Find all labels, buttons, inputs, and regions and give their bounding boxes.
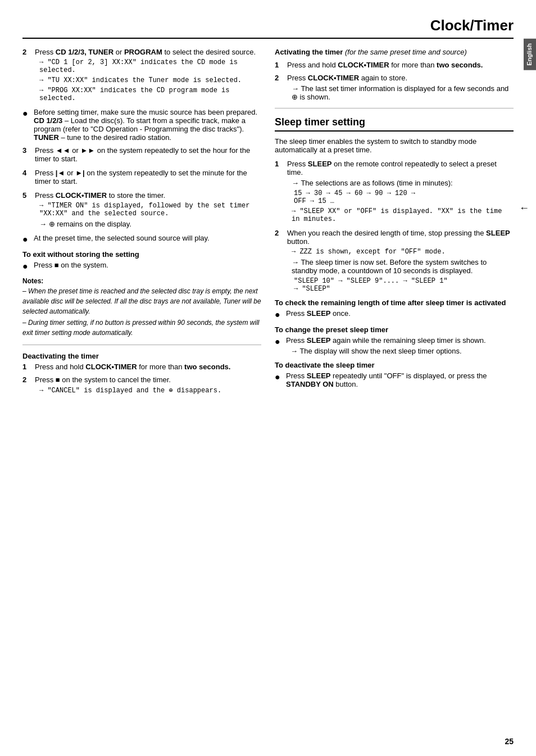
deactivate-num-1: 1 — [22, 363, 33, 371]
deactivate-1-content: Press and hold CLOCK•TIMER for more than… — [35, 363, 230, 371]
sleep-timer-title: Sleep timer setting — [275, 116, 514, 132]
right-column: English Activating the timer (for the sa… — [275, 48, 514, 399]
item-5-arrow-2: ⊕ remains on the display. — [35, 220, 261, 228]
bullet-icon-1: ● — [22, 108, 31, 142]
divider-1 — [22, 345, 261, 345]
activating-section: Activating the timer (for the same prese… — [275, 48, 514, 101]
sleep-timer-section: Sleep timer setting The sleep timer enab… — [275, 116, 514, 388]
sleep-timer-intro: The sleep timer enables the system to sw… — [275, 137, 514, 154]
check-remaining-text: Press SLEEP once. — [286, 309, 351, 320]
sleep-2-arrow2: The sleep timer is now set. Before the s… — [287, 258, 514, 275]
note-2: – During timer setting, if no button is … — [22, 318, 261, 338]
sleep-num-1: 1 — [275, 160, 285, 223]
item-3-content: Press ◄◄ or ►► on the system repeatedly … — [35, 146, 261, 163]
deactivating-title: Deactivating the timer — [22, 352, 261, 360]
change-preset-arrow: The display will show the next sleep tim… — [286, 347, 486, 355]
list-item-5: 5 Press CLOCK•TIMER to store the timer. … — [22, 191, 261, 228]
bullet-icon-6: ● — [275, 372, 284, 388]
activating-item-2: 2 Press CLOCK•TIMER again to store. The … — [275, 74, 514, 101]
page-number: 25 — [505, 737, 514, 746]
note-1: – When the preset time is reached and th… — [22, 286, 261, 316]
bullet-2-text: At the preset time, the selected sound s… — [34, 234, 210, 242]
item-5-content: Press CLOCK•TIMER to store the timer. "T… — [35, 191, 261, 228]
sleep-countdown: "SLEEP 10" → "SLEEP 9".... → "SLEEP 1" →… — [287, 277, 514, 293]
deactivate-sleep-title: To deactivate the sleep timer — [275, 361, 514, 369]
to-exit-title: To exit without storing the setting — [22, 250, 261, 259]
deactivate-sleep-section: To deactivate the sleep timer ● Press SL… — [275, 361, 514, 388]
to-exit-bullet: ● Press ■ on the system. — [22, 261, 261, 271]
page: Clock/Timer 2 Press CD 1/2/3, TUNER or P… — [0, 0, 536, 756]
sleep-1-content: Press SLEEP on the remote control repeat… — [287, 160, 514, 223]
bullet-icon-5: ● — [275, 336, 284, 355]
sleep-num-2: 2 — [275, 229, 285, 293]
item-2-arrow-1: "CD 1 [or 2, 3] XX:XX" indicates the CD … — [35, 58, 261, 74]
bullet-icon-3: ● — [22, 261, 31, 271]
list-item-2: 2 Press CD 1/2/3, TUNER or PROGRAM to se… — [22, 48, 261, 102]
item-2-arrow-3: "PROG XX:XX" indicates the CD program mo… — [35, 87, 261, 102]
deactivate-sleep-bullet: ● Press SLEEP repeatedly until "OFF" is … — [275, 372, 514, 388]
check-remaining-title: To check the remaining length of time af… — [275, 298, 514, 307]
deactivate-num-2: 2 — [22, 375, 33, 395]
item-5-text: Press CLOCK•TIMER to store the timer. — [35, 191, 165, 200]
bullet-preset-time: ● At the preset time, the selected sound… — [22, 234, 261, 245]
sleep-1-arrow2: "SLEEP XX" or "OFF" is displayed. "XX" i… — [287, 207, 514, 223]
activating-item-1: 1 Press and hold CLOCK•TIMER for more th… — [275, 61, 514, 69]
activating-2-arrow: The last set timer information is displa… — [287, 84, 514, 101]
check-remaining-bullet: ● Press SLEEP once. — [275, 309, 514, 320]
bullet-1-text: Before setting timer, make sure the musi… — [34, 108, 257, 116]
deactivate-sleep-text: Press SLEEP repeatedly until "OFF" is di… — [286, 372, 514, 388]
bullet-1-cd: CD 1/2/3 – Load the disc(s). To start fr… — [34, 116, 246, 133]
deactivate-item-1: 1 Press and hold CLOCK•TIMER for more th… — [22, 363, 261, 371]
notes-label: Notes: — [22, 277, 43, 285]
bullet-before-setting: ● Before setting timer, make sure the mu… — [22, 108, 261, 142]
item-2-text: Press CD 1/2/3, TUNER or PROGRAM to sele… — [35, 48, 256, 56]
bullet-2-content: At the preset time, the selected sound s… — [34, 234, 210, 245]
item-num-4: 4 — [22, 169, 33, 185]
to-exit-section: To exit without storing the setting ● Pr… — [22, 250, 261, 271]
deactivate-item-2: 2 Press ■ on the system to cancel the ti… — [22, 375, 261, 395]
change-preset-section: To change the preset sleep timer ● Press… — [275, 325, 514, 355]
activating-2-content: Press CLOCK•TIMER again to store. The la… — [287, 74, 514, 101]
sleep-item-1: 1 Press SLEEP on the remote control repe… — [275, 160, 514, 223]
item-num-2: 2 — [22, 48, 33, 102]
activating-num-1: 1 — [275, 61, 285, 69]
item-4-content: Press |◄ or ►| on the system repeatedly … — [35, 169, 261, 185]
sleep-2-content: When you reach the desired length of tim… — [287, 229, 514, 293]
sleep-1-arrow1: The selections are as follows (time in m… — [287, 179, 514, 187]
activating-num-2: 2 — [275, 74, 285, 101]
item-2-content: Press CD 1/2/3, TUNER or PROGRAM to sele… — [35, 48, 261, 102]
deactivate-2-arrow: "CANCEL" is displayed and the ⊕ disappea… — [35, 386, 221, 395]
divider-2 — [275, 108, 514, 108]
bullet-icon-2: ● — [22, 234, 31, 245]
item-3-text: Press ◄◄ or ►► on the system repeatedly … — [35, 146, 250, 163]
activating-1-content: Press and hold CLOCK•TIMER for more than… — [287, 61, 483, 69]
bullet-icon-4: ● — [275, 309, 284, 320]
english-tab: English — [524, 39, 536, 70]
activating-header: Activating the timer (for the same prese… — [275, 48, 514, 56]
notes-block: Notes: – When the preset time is reached… — [22, 277, 261, 338]
change-preset-content: Press SLEEP again while the remaining sl… — [286, 336, 486, 355]
sleep-item-2: 2 When you reach the desired length of t… — [275, 229, 514, 293]
right-arrow-marker: ← — [519, 202, 529, 214]
deactivate-2-content: Press ■ on the system to cancel the time… — [35, 375, 221, 395]
change-preset-title: To change the preset sleep timer — [275, 325, 514, 334]
bullet-1-content: Before setting timer, make sure the musi… — [34, 108, 261, 142]
list-item-3: 3 Press ◄◄ or ►► on the system repeatedl… — [22, 146, 261, 163]
activating-subtitle: (for the same preset time and source) — [345, 48, 467, 56]
item-4-text: Press |◄ or ►| on the system repeatedly … — [35, 169, 247, 185]
page-title: Clock/Timer — [22, 17, 514, 39]
item-num-3: 3 — [22, 146, 33, 163]
check-remaining-section: To check the remaining length of time af… — [275, 298, 514, 320]
activating-title: Activating the timer — [275, 48, 343, 56]
item-2-arrow-2: "TU XX:XX" indicates the Tuner mode is s… — [35, 76, 261, 84]
item-5-arrow-1: "TIMER ON" is displayed, followed by the… — [35, 202, 261, 218]
item-num-5: 5 — [22, 191, 33, 228]
left-column: 2 Press CD 1/2/3, TUNER or PROGRAM to se… — [22, 48, 261, 399]
deactivating-section: Deactivating the timer 1 Press and hold … — [22, 352, 261, 395]
to-exit-text: Press ■ on the system. — [34, 261, 108, 271]
sleep-selections: 15 → 30 → 45 → 60 → 90 → 120 → OFF → 15 … — [287, 189, 514, 205]
sleep-2-arrow1: ZZZ is shown, except for "OFF" mode. — [287, 248, 514, 256]
bullet-1-tuner: TUNER – tune to the desired radio statio… — [34, 133, 171, 142]
list-item-4: 4 Press |◄ or ►| on the system repeatedl… — [22, 169, 261, 185]
change-preset-bullet: ● Press SLEEP again while the remaining … — [275, 336, 514, 355]
